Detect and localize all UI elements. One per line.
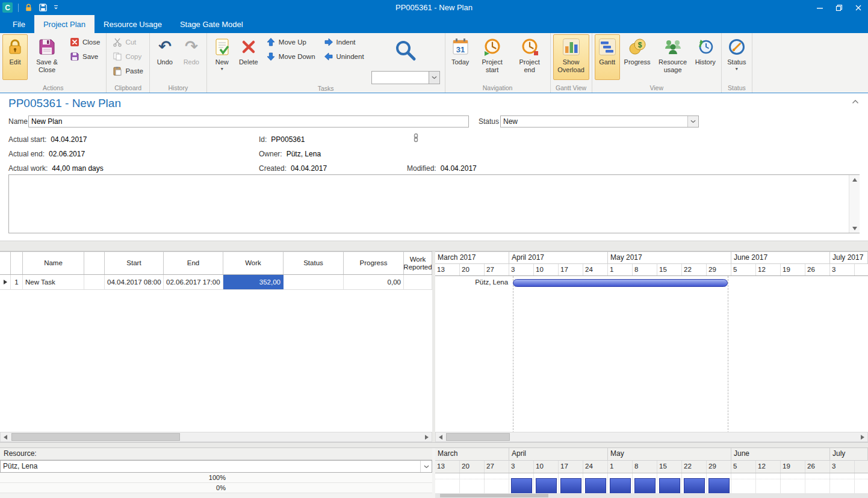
resource-usage-icon	[663, 37, 683, 57]
collapse-panel-button[interactable]	[852, 99, 859, 104]
minimize-button[interactable]	[810, 0, 829, 15]
gantt-chart: March 2017April 2017May 2017June 2017Jul…	[435, 251, 868, 432]
timeline-month: July	[830, 448, 868, 460]
separator	[18, 4, 19, 12]
ribbon-button-unindent[interactable]: Unindent	[321, 49, 367, 64]
id-label: Id:	[259, 135, 267, 144]
cell-icon	[84, 275, 105, 289]
resource-combo[interactable]: Pütz, Lena	[0, 460, 432, 473]
ribbon-button-edit[interactable]: Edit	[2, 34, 28, 80]
ribbon-button-move-up[interactable]: Move Up	[263, 35, 318, 49]
ribbon-button-undo[interactable]: ↶Undo	[152, 34, 178, 80]
resource-week-header: 13202731017241815222951219263	[435, 461, 868, 473]
task-row[interactable]: 1New Task04.04.2017 08:0002.06.2017 17:0…	[0, 275, 432, 290]
name-input[interactable]	[28, 115, 469, 128]
ribbon-button-paste[interactable]: Paste	[110, 64, 146, 78]
ribbon-button-move-down[interactable]: Move Down	[263, 49, 318, 64]
timeline-week: 3	[830, 461, 855, 473]
horizontal-splitter[interactable]	[0, 241, 868, 251]
ribbon-button-save-close[interactable]: Save & Close	[29, 34, 65, 80]
ribbon-group-history: ↶Undo↷RedoHistory	[150, 33, 207, 93]
gantt-task-bar[interactable]	[513, 279, 728, 287]
ribbon-button-save[interactable]: Save	[67, 49, 103, 64]
timeline-week: 5	[731, 264, 756, 275]
scale-0-label: 0%	[0, 483, 226, 493]
resource-hscrollbar[interactable]	[435, 493, 868, 498]
scroll-left-icon[interactable]	[1, 432, 10, 441]
timeline-week: 27	[485, 264, 509, 275]
ribbon-button-progress[interactable]: $Progress	[621, 34, 654, 80]
ribbon-button-project-start[interactable]: Project start	[474, 34, 510, 80]
column-header-x[interactable]	[84, 252, 105, 274]
tab-project-plan[interactable]: Project Plan	[34, 15, 95, 33]
tab-resource-usage[interactable]: Resource Usage	[95, 15, 171, 33]
copy-icon	[113, 52, 122, 61]
gantt-body: Pütz, Lena	[435, 276, 868, 432]
title-bar: C PP005361 - New Plan	[0, 0, 868, 15]
status-combo[interactable]: New	[500, 115, 699, 128]
horizontal-splitter[interactable]	[0, 442, 868, 448]
tab-file[interactable]: File	[4, 15, 34, 33]
timeline-week: 15	[657, 264, 682, 275]
column-header-end[interactable]: End	[164, 252, 223, 274]
ribbon-button-cut[interactable]: Cut	[110, 35, 146, 49]
scroll-left-icon[interactable]	[436, 432, 445, 441]
tab-stage-gate-model[interactable]: Stage Gate Model	[171, 15, 252, 33]
ribbon-button-history[interactable]: History	[692, 34, 719, 80]
restore-button[interactable]	[829, 0, 849, 15]
timeline-month: April 2017	[509, 252, 608, 263]
scroll-right-icon[interactable]	[858, 432, 867, 441]
scroll-up-icon[interactable]	[849, 175, 860, 184]
ribbon-button-status[interactable]: Status▾	[724, 34, 749, 80]
timeline-week-filler	[855, 264, 868, 275]
ribbon-button-delete[interactable]: Delete	[236, 34, 261, 80]
ribbon-button-project-end[interactable]: Project end	[512, 34, 548, 80]
gantt-hscrollbar[interactable]	[435, 432, 868, 442]
window-controls	[810, 0, 868, 15]
ribbon-button-redo[interactable]: ↷Redo	[179, 34, 204, 80]
ribbon-button-close[interactable]: Close	[67, 35, 103, 49]
chevron-down-icon[interactable]	[429, 72, 439, 84]
ribbon-button-indent[interactable]: Indent	[321, 35, 367, 49]
ribbon-filter-combo[interactable]	[371, 71, 440, 84]
column-header-work[interactable]: Work	[223, 252, 284, 274]
row-selector-header[interactable]	[0, 252, 11, 274]
ribbon-button-show-overload[interactable]: Show Overload	[553, 34, 589, 80]
column-header-start[interactable]: Start	[105, 252, 164, 274]
timeline-week: 3	[830, 264, 855, 275]
app-logo-icon[interactable]: C	[2, 2, 13, 13]
scrollbar-thumb[interactable]	[11, 433, 180, 441]
chevron-down-icon	[420, 461, 432, 472]
scroll-right-icon[interactable]	[422, 432, 432, 441]
ribbon-button-gantt[interactable]: Gantt	[595, 34, 620, 80]
customize-quick-access-icon[interactable]	[53, 4, 60, 11]
timeline-week: 8	[633, 461, 657, 473]
close-button[interactable]	[849, 0, 868, 15]
save-icon[interactable]	[39, 3, 48, 12]
ribbon-tab-row: FileProject PlanResource UsageStage Gate…	[0, 15, 868, 33]
redo-icon: ↷	[182, 37, 201, 57]
chevron-down-icon: ▾	[736, 67, 738, 72]
column-header-status[interactable]: Status	[284, 252, 344, 274]
link-icon[interactable]	[411, 133, 421, 143]
column-header-work-reported[interactable]: Work Reported	[404, 252, 432, 274]
lock-icon[interactable]	[24, 3, 33, 12]
column-header-progress[interactable]: Progress	[344, 252, 404, 274]
ribbon-button-copy[interactable]: Copy	[110, 49, 146, 64]
ribbon-button-today[interactable]: 31Today	[448, 34, 473, 80]
notes-textarea[interactable]	[8, 174, 860, 233]
row-number-header[interactable]	[11, 252, 23, 274]
progress-icon: $	[628, 37, 647, 57]
notes-scrollbar[interactable]	[849, 175, 860, 233]
actual-start-value: 04.04.2017	[51, 135, 87, 144]
ribbon-search-button[interactable]	[391, 35, 420, 66]
ribbon-button-resource-usage[interactable]: Resource usage	[655, 34, 691, 80]
scrollbar-thumb[interactable]	[440, 494, 548, 497]
scrollbar-thumb[interactable]	[446, 433, 510, 441]
scroll-down-icon[interactable]	[849, 224, 860, 233]
column-header-name[interactable]: Name	[23, 252, 84, 274]
modified-label: Modified:	[407, 164, 436, 173]
grid-hscrollbar[interactable]	[0, 432, 432, 442]
clock-start-icon	[483, 37, 502, 57]
ribbon-button-new[interactable]: New▾	[209, 34, 235, 80]
